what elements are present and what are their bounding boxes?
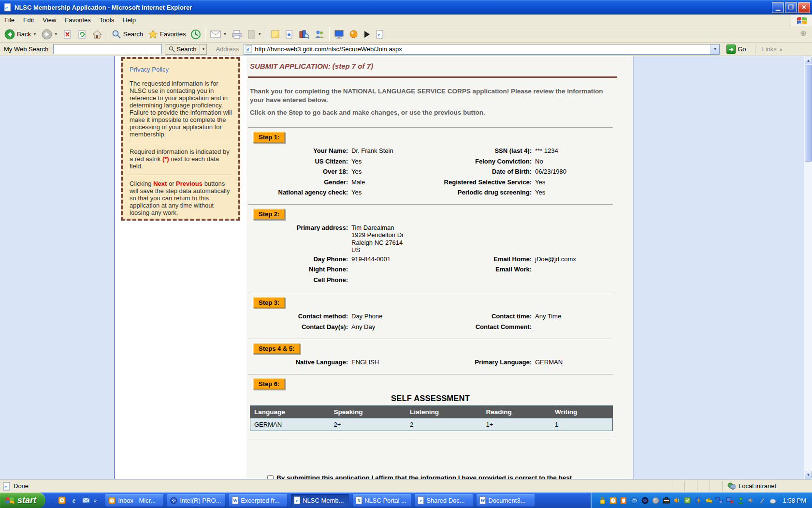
refresh-button[interactable] — [75, 27, 89, 42]
scrollbar-thumb[interactable] — [805, 65, 812, 162]
menu-help[interactable]: Help — [118, 15, 140, 25]
menu-edit[interactable]: Edit — [19, 15, 38, 25]
tray-keys-icon[interactable] — [705, 496, 713, 505]
web-search-button[interactable]: Search — [165, 44, 200, 55]
taskbar-button-excerpted[interactable]: W Excerpted fr... — [229, 494, 287, 507]
affirmation-checkbox[interactable] — [267, 475, 274, 479]
tray-java-icon[interactable] — [620, 496, 628, 505]
quick-launch-outlook-icon[interactable] — [58, 496, 66, 505]
edit-button[interactable]: ▼ — [245, 27, 264, 42]
table-row: GERMAN 2+ 2 1+ 1 — [250, 418, 613, 431]
restore-button[interactable]: ❐ — [785, 2, 797, 13]
self-assessment-title: SELF ASSESSMENT — [248, 394, 613, 403]
quick-launch-chevron-icon[interactable]: » — [94, 497, 97, 503]
tray-pen-icon[interactable] — [758, 496, 766, 505]
field-row: Night Phone:Email Work: — [248, 264, 624, 275]
taskbar-button-nlsc-portal[interactable]: X NLSC Portal ... — [353, 494, 411, 507]
address-dropdown-icon[interactable]: ▼ — [710, 45, 719, 54]
step2-button[interactable]: Step 2: — [253, 209, 285, 220]
taskbar-clock[interactable]: 1:58 PM — [783, 497, 806, 504]
msn-button[interactable] — [347, 27, 361, 42]
section-divider — [248, 127, 613, 128]
address-field[interactable]: e ▼ — [244, 44, 720, 55]
menu-view[interactable]: View — [38, 15, 60, 25]
taskbar-button-inbox[interactable]: Inbox - Micr... — [105, 494, 163, 507]
toolbar-extra-icon[interactable] — [799, 30, 807, 39]
tray-camera-icon[interactable] — [641, 496, 649, 505]
mail-dropdown-icon[interactable]: ▼ — [223, 32, 227, 36]
ie-app-icon: e — [3, 3, 12, 12]
task-buttons: Inbox - Micr... Intel(R) PRO... W Excerp… — [105, 494, 535, 507]
tray-network-icon[interactable] — [715, 496, 724, 505]
address-ie-icon: e — [246, 45, 253, 53]
stop-button[interactable] — [60, 27, 75, 42]
section-divider — [248, 204, 613, 205]
step1-button[interactable]: Step 1: — [253, 132, 285, 143]
back-dropdown-icon[interactable]: ▼ — [33, 32, 37, 36]
web-search-input[interactable] — [53, 44, 162, 54]
scroll-down-icon[interactable]: ▼ — [805, 471, 812, 478]
affirmation-row: By submitting this application I affirm … — [267, 474, 624, 479]
tray-sphere-icon[interactable] — [652, 496, 660, 505]
tray-network-error-icon[interactable] — [726, 496, 734, 505]
status-page-icon: e — [3, 482, 11, 491]
discuss-button[interactable] — [268, 27, 282, 42]
go-button[interactable]: ➜ Go — [724, 44, 749, 54]
taskbar-button-document3[interactable]: W Document3... — [477, 494, 535, 507]
start-button[interactable]: start — [0, 493, 45, 508]
tray-globe-icon[interactable] — [630, 496, 638, 505]
search-button[interactable]: Search — [109, 27, 145, 42]
steps-4-5-button[interactable]: Steps 4 & 5: — [253, 343, 300, 354]
edit-icon — [247, 30, 256, 39]
step3-button[interactable]: Step 3: — [253, 297, 285, 308]
taskbar-button-intel[interactable]: Intel(R) PRO... — [167, 494, 225, 507]
ie-page-button[interactable]: e — [373, 27, 386, 42]
tray-green-box-icon[interactable] — [683, 496, 692, 505]
messenger-button[interactable] — [312, 27, 327, 42]
privacy-paragraph-1: The requested information is for NLSC us… — [130, 80, 232, 138]
menu-file[interactable]: File — [0, 15, 19, 25]
research-button[interactable] — [282, 27, 296, 42]
minimize-button[interactable]: ▁ — [772, 2, 784, 13]
menu-tools[interactable]: Tools — [95, 15, 118, 25]
system-tray: 1:58 PM — [591, 493, 812, 508]
encarta-button[interactable] — [296, 27, 312, 42]
home-button[interactable] — [89, 27, 105, 42]
links-menu[interactable]: Links » — [755, 45, 784, 54]
tray-power-icon[interactable] — [694, 496, 702, 505]
url-input[interactable] — [255, 45, 710, 53]
back-icon — [4, 29, 15, 40]
print-button[interactable] — [229, 27, 245, 42]
step6-button[interactable]: Step 6: — [253, 378, 285, 389]
tray-lock-icon[interactable] — [598, 496, 607, 505]
edit-dropdown-icon[interactable]: ▼ — [258, 32, 261, 36]
back-button[interactable]: Back ▼ — [2, 27, 39, 42]
tray-agent-icon[interactable] — [737, 496, 745, 505]
quick-launch-outlook-express-icon[interactable] — [82, 496, 90, 505]
forward-dropdown-icon[interactable]: ▼ — [54, 32, 58, 36]
vertical-scrollbar[interactable]: ▲ ▼ — [804, 56, 812, 479]
tray-mouse-icon[interactable] — [768, 496, 777, 505]
tray-horn-icon[interactable] — [673, 496, 681, 505]
tray-volume-icon[interactable] — [747, 496, 755, 505]
privacy-policy-link[interactable]: Privacy Policy — [130, 66, 232, 73]
tray-briefcase-icon[interactable] — [662, 496, 670, 505]
forward-button[interactable]: ▼ — [39, 27, 60, 42]
intranet-icon — [727, 482, 736, 490]
tray-clock-icon[interactable] — [609, 496, 617, 505]
section-divider — [248, 339, 613, 339]
fullscreen-button[interactable] — [332, 27, 347, 42]
favorites-button[interactable]: Favorites — [145, 27, 188, 42]
status-bar: e Done Local intranet — [0, 479, 812, 493]
scroll-up-icon[interactable]: ▲ — [805, 57, 812, 64]
mail-button[interactable]: ▼ — [208, 27, 229, 42]
close-button[interactable]: ✕ — [798, 2, 810, 13]
quick-launch-handle[interactable] — [51, 495, 52, 506]
taskbar-button-nlsc-membership[interactable]: e NLSC Memb... — [291, 494, 349, 507]
menu-favorites[interactable]: Favorites — [60, 15, 95, 25]
quick-launch-ie-icon[interactable]: e — [70, 496, 78, 505]
history-button[interactable] — [188, 27, 203, 42]
web-search-dropdown-icon[interactable]: ▼ — [200, 44, 207, 55]
media-button[interactable] — [361, 27, 373, 42]
taskbar-button-shared-documents[interactable]: e Shared Doc... — [415, 494, 473, 507]
